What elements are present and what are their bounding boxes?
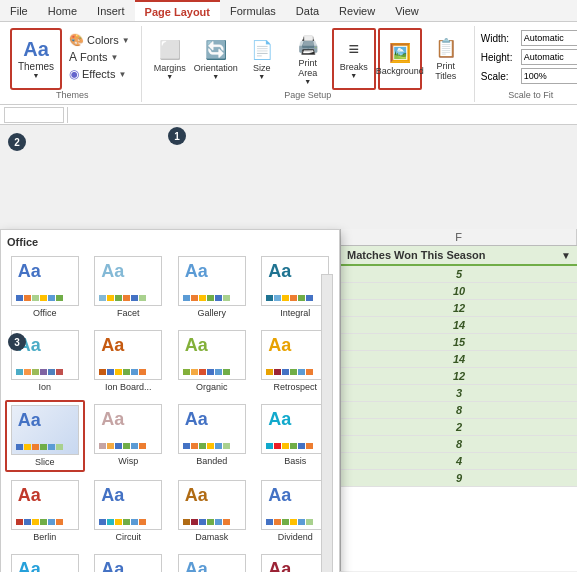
data-cell[interactable]: 14 — [341, 351, 577, 368]
name-box[interactable] — [4, 107, 64, 123]
print-area-button[interactable]: 🖨️ PrintArea ▼ — [286, 28, 330, 90]
colors-button[interactable]: 🎨 Colors ▼ — [66, 32, 133, 48]
theme-name: Ion Board... — [105, 382, 152, 392]
theme-name: Basis — [284, 456, 306, 466]
width-input[interactable] — [521, 30, 577, 46]
data-cell[interactable]: 5 — [341, 266, 577, 283]
data-column-header: Matches Won This Season ▼ — [341, 246, 577, 266]
print-titles-button[interactable]: 📋 PrintTitles — [424, 28, 468, 90]
themes-label: Themes — [18, 61, 54, 72]
theme-item[interactable]: AaFacet — [89, 252, 169, 322]
background-icon: 🖼️ — [389, 42, 411, 64]
scale-input[interactable] — [521, 68, 577, 84]
width-label: Width: — [481, 33, 519, 44]
data-cell[interactable]: 10 — [341, 283, 577, 300]
theme-item[interactable]: AaBerlin — [5, 476, 85, 546]
theme-item[interactable]: AaSlice — [5, 400, 85, 472]
theme-name: Retrospect — [273, 382, 317, 392]
background-label: Background — [376, 66, 424, 76]
height-input[interactable] — [521, 49, 577, 65]
ribbon-tabs: File Home Insert Page Layout Formulas Da… — [0, 0, 577, 22]
colors-icon: 🎨 — [69, 33, 84, 47]
margins-label: Margins — [154, 63, 186, 73]
margins-button[interactable]: ⬜ Margins ▼ — [148, 28, 192, 90]
theme-item[interactable]: AaDroplet — [5, 550, 85, 572]
data-cell[interactable]: 12 — [341, 368, 577, 385]
size-label: Size — [253, 63, 271, 73]
size-button[interactable]: 📄 Size ▼ — [240, 28, 284, 90]
themes-dropdown: Office AaOfficeAaFacetAaGalleryAaIntegra… — [0, 229, 340, 572]
theme-name: Wisp — [118, 456, 138, 466]
theme-name: Dividend — [278, 532, 313, 542]
fonts-arrow: ▼ — [111, 53, 119, 62]
data-cell[interactable]: 12 — [341, 300, 577, 317]
theme-item[interactable]: AaCircuit — [89, 476, 169, 546]
filter-icon[interactable]: ▼ — [561, 250, 571, 261]
theme-item[interactable]: AaGallery — [172, 252, 252, 322]
data-cell[interactable]: 8 — [341, 402, 577, 419]
col-f-header: F — [341, 229, 577, 245]
data-cell[interactable]: 2 — [341, 419, 577, 436]
annotation-2: 2 — [8, 133, 26, 151]
orientation-button[interactable]: 🔄 Orientation ▼ — [194, 28, 238, 90]
data-cell[interactable]: 3 — [341, 385, 577, 402]
annotation-3: 3 — [8, 333, 26, 351]
theme-item[interactable]: AaFrame — [89, 550, 169, 572]
tab-insert[interactable]: Insert — [87, 0, 135, 21]
size-icon: 📄 — [251, 39, 273, 61]
themes-dropdown-header: Office — [5, 236, 335, 252]
theme-name: Slice — [35, 457, 55, 467]
theme-name: Facet — [117, 308, 140, 318]
data-cell[interactable]: 8 — [341, 436, 577, 453]
theme-name: Ion — [38, 382, 51, 392]
theme-item[interactable]: AaGallery — [172, 550, 252, 572]
tab-formulas[interactable]: Formulas — [220, 0, 286, 21]
theme-item[interactable]: AaOffice — [5, 252, 85, 322]
print-titles-icon: 📋 — [435, 37, 457, 59]
theme-name: Damask — [195, 532, 228, 542]
main-area: Office AaOfficeAaFacetAaGalleryAaIntegra… — [0, 125, 577, 571]
breaks-label: Breaks — [340, 62, 368, 72]
theme-item[interactable]: AaIon Board... — [89, 326, 169, 396]
print-titles-label: PrintTitles — [435, 61, 456, 81]
page-setup-group: ⬜ Margins ▼ 🔄 Orientation ▼ 📄 Size ▼ 🖨️ … — [142, 26, 475, 102]
data-cell[interactable]: 9 — [341, 470, 577, 487]
margins-icon: ⬜ — [159, 39, 181, 61]
theme-item[interactable]: AaWisp — [89, 400, 169, 472]
ribbon: File Home Insert Page Layout Formulas Da… — [0, 0, 577, 105]
background-button[interactable]: 🖼️ Background — [378, 28, 422, 90]
orientation-label: Orientation — [194, 63, 238, 73]
effects-icon: ◉ — [69, 67, 79, 81]
tab-view[interactable]: View — [385, 0, 429, 21]
data-cell[interactable]: 4 — [341, 453, 577, 470]
theme-item[interactable]: AaDamask — [172, 476, 252, 546]
breaks-icon: ≡ — [348, 39, 359, 60]
theme-name: Banded — [196, 456, 227, 466]
themes-scrollbar[interactable] — [321, 274, 333, 572]
breaks-button[interactable]: ≡ Breaks ▼ — [332, 28, 376, 90]
scale-group: Width: Height: Scale: Scale to Fit — [475, 26, 577, 102]
tab-page-layout[interactable]: Page Layout — [135, 0, 220, 21]
spreadsheet: F Matches Won This Season ▼ 510121415141… — [340, 229, 577, 571]
tab-data[interactable]: Data — [286, 0, 329, 21]
effects-button[interactable]: ◉ Effects ▼ — [66, 66, 133, 82]
orientation-arrow: ▼ — [212, 73, 219, 80]
page-setup-label: Page Setup — [142, 90, 474, 100]
fonts-icon: A — [69, 50, 77, 64]
tab-review[interactable]: Review — [329, 0, 385, 21]
themes-icon: Aa — [23, 39, 49, 59]
fonts-label: Fonts — [80, 51, 108, 63]
theme-item[interactable]: AaOrganic — [172, 326, 252, 396]
theme-name: Berlin — [33, 532, 56, 542]
tab-home[interactable]: Home — [38, 0, 87, 21]
themes-button[interactable]: Aa Themes ▼ — [10, 28, 62, 90]
tab-file[interactable]: File — [0, 0, 38, 21]
print-area-icon: 🖨️ — [297, 34, 319, 56]
theme-item[interactable]: AaBanded — [172, 400, 252, 472]
data-cell[interactable]: 15 — [341, 334, 577, 351]
effects-label: Effects — [82, 68, 115, 80]
data-cell[interactable]: 14 — [341, 317, 577, 334]
fonts-button[interactable]: A Fonts ▼ — [66, 49, 133, 65]
data-header-text: Matches Won This Season — [347, 249, 486, 261]
theme-name: Integral — [280, 308, 310, 318]
